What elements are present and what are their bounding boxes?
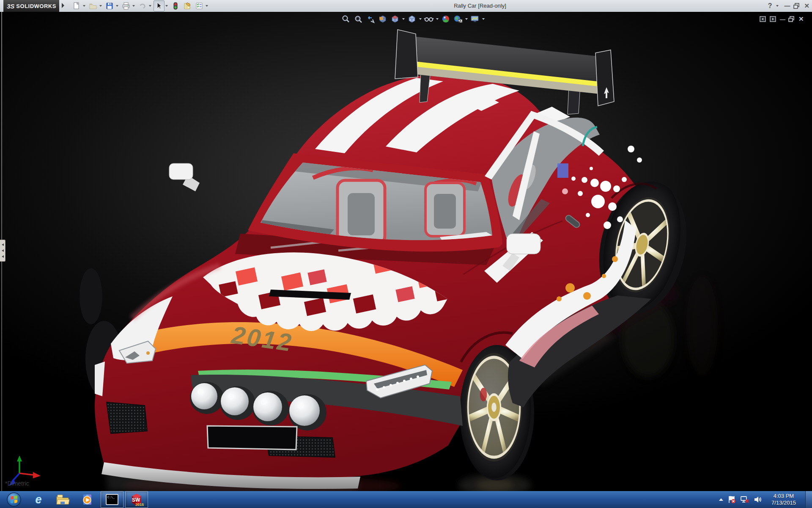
tray-date: 7/13/2015: [766, 500, 801, 506]
help-caret-icon[interactable]: [776, 5, 779, 7]
network-status-icon[interactable]: [740, 495, 749, 504]
command-prompt-text: C:\_: [107, 496, 115, 499]
show-hidden-icons-button[interactable]: [719, 498, 723, 501]
close-button[interactable]: ✕: [804, 2, 809, 10]
volume-icon[interactable]: [754, 495, 762, 504]
options-icon: [195, 2, 203, 10]
tray-clock[interactable]: 4:03 PM 7/13/2015: [766, 493, 801, 506]
dropdown-caret-icon[interactable]: [99, 5, 102, 7]
view-orientation-label: *Dimetric: [5, 480, 29, 487]
taskbar-item-command-prompt[interactable]: C:\_: [101, 491, 123, 508]
options-button[interactable]: [194, 0, 205, 11]
file-properties-icon: [183, 2, 192, 10]
open-button[interactable]: [88, 0, 99, 11]
undo-button[interactable]: [137, 0, 148, 11]
print-icon: [122, 2, 130, 10]
dropdown-caret-icon[interactable]: [116, 5, 118, 7]
taskbar: e C:\_: [0, 491, 812, 508]
sw-letters: SW: [132, 497, 140, 503]
dropdown-caret-icon[interactable]: [132, 5, 135, 7]
open-icon: [89, 2, 97, 10]
solidworks-logo-mark: 3S: [7, 3, 14, 10]
file-explorer-icon: [56, 493, 70, 506]
taskbar-item-file-explorer[interactable]: [52, 491, 74, 508]
tray-time: 4:03 PM: [766, 493, 801, 500]
rally-car-model[interactable]: 2012: [0, 12, 812, 491]
print-button[interactable]: [121, 0, 132, 11]
rebuild-traffic-light-icon: [171, 2, 180, 10]
internet-explorer-icon: e: [35, 493, 41, 506]
window-controls: ? ― ✕: [768, 0, 809, 11]
solidworks-logo-text: SOLIDWORKS: [16, 3, 56, 9]
menu-expand-arrow-icon[interactable]: [62, 3, 64, 8]
screen: 3S SOLIDWORKS: [0, 0, 812, 508]
license-plate[interactable]: [207, 426, 297, 450]
system-tray: 4:03 PM 7/13/2015: [719, 491, 812, 508]
taskbar-item-media-player[interactable]: [76, 491, 99, 508]
dropdown-caret-icon[interactable]: [206, 5, 208, 7]
dropdown-caret-icon[interactable]: [83, 5, 85, 7]
dropdown-caret-icon[interactable]: [149, 5, 151, 7]
action-center-icon[interactable]: [727, 495, 736, 504]
new-document-icon: [72, 2, 81, 10]
file-properties-button[interactable]: [182, 0, 193, 11]
show-desktop-button[interactable]: [805, 491, 812, 508]
solidworks-2015-icon: SW 2015: [129, 492, 144, 507]
left-mirror[interactable]: [169, 163, 200, 191]
new-document-button[interactable]: [71, 0, 82, 11]
undo-icon: [138, 2, 147, 10]
save-button[interactable]: [104, 0, 115, 11]
windows-start-orb-icon: [6, 492, 22, 507]
taskbar-item-solidworks-2015[interactable]: SW 2015: [125, 491, 148, 508]
graphics-viewport[interactable]: — ✕: [0, 12, 812, 491]
dropdown-caret-icon[interactable]: [165, 5, 168, 7]
titlebar: 3S SOLIDWORKS: [0, 0, 812, 12]
save-icon: [105, 2, 114, 10]
media-player-icon: [81, 493, 94, 506]
start-button[interactable]: [3, 491, 25, 508]
select-cursor-icon: [155, 2, 163, 10]
rebuild-button[interactable]: [170, 0, 181, 11]
taskbar-item-internet-explorer[interactable]: e: [27, 491, 50, 508]
help-button[interactable]: ?: [768, 2, 772, 10]
command-prompt-icon: C:\_: [105, 494, 119, 505]
main-toolbar: [71, 1, 209, 11]
window-title: Rally Car [Read-only]: [431, 0, 529, 11]
bumper-vent-left: [107, 402, 147, 433]
restore-button[interactable]: [793, 3, 800, 9]
select-button[interactable]: [154, 0, 165, 11]
solidworks-logo[interactable]: 3S SOLIDWORKS: [3, 0, 59, 12]
minimize-button[interactable]: ―: [784, 3, 789, 9]
sw-year: 2015: [135, 502, 144, 507]
